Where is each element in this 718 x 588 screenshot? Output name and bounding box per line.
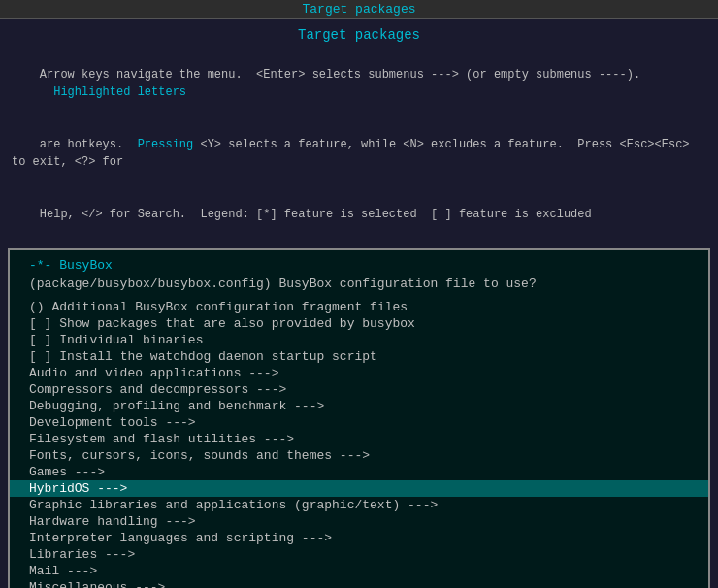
fonts-label: Fonts, cursors, icons, sounds and themes… — [29, 448, 370, 463]
devtools-label: Development tools ---> — [29, 415, 196, 430]
checkbox-bracket-2: [ ] — [29, 333, 51, 347]
menu-header-title: -*- BusyBox — [10, 258, 708, 273]
menu-item-checkbox-2[interactable]: [ ] Individual binaries — [10, 332, 708, 348]
hardware-label: Hardware handling ---> — [29, 514, 196, 529]
main-panel: -*- BusyBox (package/busybox/busybox.con… — [8, 248, 710, 588]
menu-header-desc: (package/busybox/busybox.config) BusyBox… — [10, 277, 708, 291]
menu-item-games[interactable]: Games ---> — [10, 464, 708, 480]
libraries-label: Libraries ---> — [29, 547, 135, 562]
help-line1: Arrow keys navigate the menu. <Enter> se… — [40, 68, 640, 82]
radio-label: Additional BusyBox configuration fragmen… — [51, 300, 408, 314]
help-text: Arrow keys navigate the menu. <Enter> se… — [4, 49, 714, 248]
filesystem-label: Filesystem and flash utilities ---> — [29, 432, 294, 446]
menu-item-devtools[interactable]: Development tools ---> — [10, 414, 708, 431]
menu-item-miscellaneous[interactable]: Miscellaneous ---> — [10, 579, 708, 588]
menu-item-fonts[interactable]: Fonts, cursors, icons, sounds and themes… — [10, 447, 708, 464]
interpreter-label: Interpreter languages and scripting ---> — [29, 531, 332, 545]
graphic-label: Graphic libraries and applications (grap… — [29, 498, 438, 512]
miscellaneous-label: Miscellaneous ---> — [29, 580, 165, 588]
title-bar-label: Target packages — [302, 2, 415, 16]
help-pressing: Pressing — [138, 138, 194, 151]
checkbox-bracket-1: [ ] — [29, 316, 51, 331]
radio-bracket: () — [29, 300, 45, 314]
hybridOS-label: HybridOS ---> — [29, 481, 127, 496]
menu-item-debugging[interactable]: Debugging, profiling and benchmark ---> — [10, 398, 708, 414]
help-highlight1: Highlighted letters — [40, 85, 186, 99]
menu-item-compressors[interactable]: Compressors and decompressors ---> — [10, 381, 708, 398]
checkbox-label-2: Individual binaries — [59, 333, 203, 347]
menu-item-mail[interactable]: Mail ---> — [10, 563, 708, 579]
menu-item-interpreter[interactable]: Interpreter languages and scripting ---> — [10, 530, 708, 546]
menu-item-hybridOS[interactable]: HybridOS ---> — [10, 480, 708, 497]
menu-item-audio[interactable]: Audio and video applications ---> — [10, 365, 708, 381]
menu-item-hardware[interactable]: Hardware handling ---> — [10, 513, 708, 530]
checkbox-bracket-3: [ ] — [29, 349, 51, 364]
menu-item-filesystem[interactable]: Filesystem and flash utilities ---> — [10, 431, 708, 447]
menu-item-radio[interactable]: () Additional BusyBox configuration frag… — [10, 299, 708, 315]
menu-item-graphic[interactable]: Graphic libraries and applications (grap… — [10, 497, 708, 513]
outer-window: Target packages Arrow keys navigate the … — [0, 19, 718, 588]
menu-item-libraries[interactable]: Libraries ---> — [10, 546, 708, 563]
help-line2a: are hotkeys. — [40, 138, 138, 151]
help-line3: Help, </> for Search. Legend: [*] featur… — [40, 208, 592, 221]
menu-item-checkbox-3[interactable]: [ ] Install the watchdog daemon startup … — [10, 348, 708, 365]
debugging-label: Debugging, profiling and benchmark ---> — [29, 399, 324, 413]
audio-label: Audio and video applications ---> — [29, 366, 278, 380]
checkbox-label-3: Install the watchdog daemon startup scri… — [59, 349, 377, 364]
menu-area: -*- BusyBox (package/busybox/busybox.con… — [10, 250, 708, 588]
mail-label: Mail ---> — [29, 564, 97, 578]
games-label: Games ---> — [29, 465, 105, 479]
window-title: Target packages — [4, 23, 714, 49]
title-bar: Target packages — [0, 0, 718, 19]
menu-item-checkbox-1[interactable]: [ ] Show packages that are also provided… — [10, 315, 708, 332]
compressors-label: Compressors and decompressors ---> — [29, 382, 286, 397]
checkbox-label-1: Show packages that are also provided by … — [59, 316, 415, 331]
